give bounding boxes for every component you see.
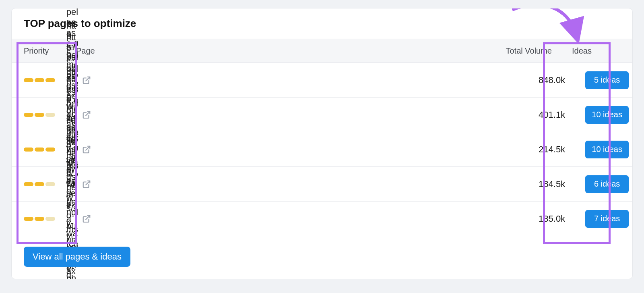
ideas-cell: 5 ideas — [577, 71, 632, 89]
table-row: https://pelacase.com/collections/ipad-ca… — [12, 98, 632, 132]
ideas-button[interactable]: 7 ideas — [585, 210, 629, 228]
priority-indicator — [12, 182, 58, 186]
ideas-cell: 10 ideas — [577, 141, 632, 158]
table-header: Priority Page Total Volume Ideas — [12, 39, 632, 63]
table-row: https://pelacase.com/blogs/news/samsung-… — [12, 202, 632, 236]
total-volume-value: 214.5k — [91, 144, 577, 155]
total-volume-value: 848.0k — [91, 75, 577, 85]
col-header-volume: Total Volume — [483, 46, 564, 56]
ideas-cell: 7 ideas — [577, 210, 632, 228]
total-volume-value: 184.5k — [91, 179, 577, 189]
priority-indicator — [12, 217, 58, 221]
priority-indicator — [12, 148, 58, 152]
view-all-button[interactable]: View all pages & ideas — [24, 247, 130, 267]
card-title: TOP pages to optimize — [12, 8, 632, 39]
priority-indicator — [12, 78, 58, 82]
card-footer: View all pages & ideas — [12, 236, 632, 279]
ideas-button[interactable]: 10 ideas — [585, 106, 629, 124]
table-row: https://pelacase.com/blogs/news/casetify… — [12, 63, 632, 98]
col-header-ideas: Ideas — [564, 46, 632, 56]
ideas-cell: 6 ideas — [577, 175, 632, 193]
table-body: https://pelacase.com/blogs/news/casetify… — [12, 63, 632, 236]
ideas-cell: 10 ideas — [577, 106, 632, 124]
priority-indicator — [12, 113, 58, 117]
table-row: https://pelacase.com/collections/vine-ec… — [12, 132, 632, 167]
ideas-button[interactable]: 6 ideas — [585, 175, 629, 193]
total-volume-value: 135.0k — [91, 214, 577, 224]
ideas-button[interactable]: 10 ideas — [585, 141, 629, 158]
table-row: https://pelacase.com/blogs/news/where-to… — [12, 167, 632, 202]
top-pages-card: TOP pages to optimize Priority Page Tota… — [11, 8, 633, 279]
svg-line-4 — [86, 215, 90, 219]
external-link-icon[interactable] — [82, 214, 91, 223]
col-header-page: Page — [68, 46, 483, 56]
ideas-button[interactable]: 5 ideas — [585, 71, 629, 89]
total-volume-value: 401.1k — [91, 110, 577, 120]
